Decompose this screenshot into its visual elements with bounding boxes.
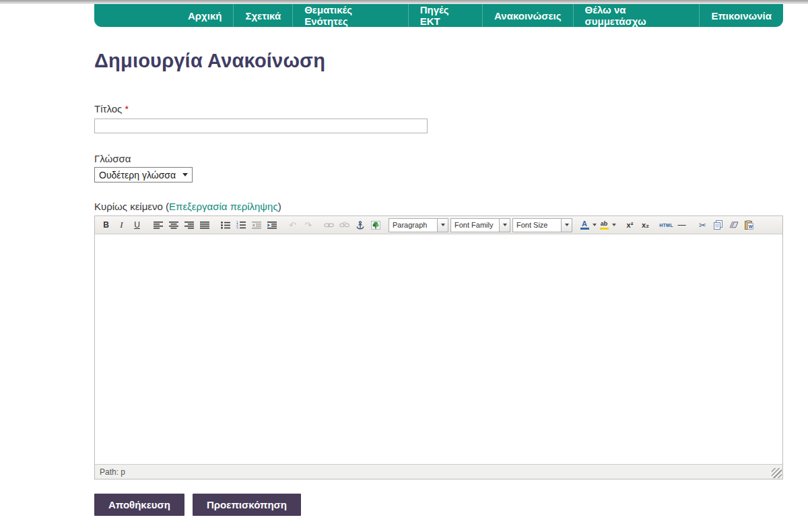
font-size-select-value: Font Size <box>513 219 561 232</box>
format-select-value: Paragraph <box>389 219 437 232</box>
page-title: Δημιουργία Ανακοίνωση <box>94 50 325 72</box>
font-family-select-value: Font Family <box>451 219 499 232</box>
subscript-icon[interactable]: x₂ <box>638 218 653 232</box>
underline-icon[interactable]: U <box>129 218 145 232</box>
chevron-down-icon <box>182 173 188 176</box>
image-icon[interactable] <box>368 218 383 232</box>
numbered-list-icon[interactable]: 123 <box>233 218 248 232</box>
language-select-value: Ουδέτερη γλώσσα <box>99 170 182 180</box>
form-actions: Αποθήκευση Προεπισκόπηση <box>94 494 301 516</box>
title-input[interactable] <box>94 119 428 133</box>
highlight-color-glyph: ab <box>601 221 608 227</box>
cut-icon[interactable]: ✂ <box>695 218 710 232</box>
save-button[interactable]: Αποθήκευση <box>94 494 184 516</box>
editor-content-area[interactable] <box>95 234 782 464</box>
format-select-arrow[interactable] <box>437 219 448 232</box>
body-field-label: Κυρίως κείμενο (Επεξεργασία περίληψης) <box>94 201 281 212</box>
nav-item-participate[interactable]: Θέλω να συμμετάσχω <box>574 4 700 27</box>
link-icon <box>321 218 337 232</box>
edit-summary-link[interactable]: Επεξεργασία περίληψης <box>169 201 278 212</box>
highlight-color-arrow[interactable] <box>611 218 617 232</box>
nav-item-contact[interactable]: Επικοινωνία <box>700 4 783 27</box>
font-family-select[interactable]: Font Family <box>450 218 510 232</box>
italic-icon[interactable]: I <box>114 218 129 232</box>
language-select[interactable]: Ουδέτερη γλώσσα <box>94 167 193 182</box>
title-label-text: Τίτλος <box>94 103 122 114</box>
redo-icon: ↷ <box>300 218 316 232</box>
anchor-icon[interactable] <box>352 218 368 232</box>
align-justify-icon[interactable] <box>197 218 212 232</box>
editor-path-label: Path: p <box>100 467 125 477</box>
highlight-color-button[interactable]: ab <box>597 218 617 232</box>
editor-toolbar: B I U 123 <box>95 216 782 234</box>
copy-icon[interactable] <box>710 218 726 232</box>
nav-item-ekt-sources[interactable]: Πηγές ΕΚΤ <box>409 4 483 27</box>
chevron-down-icon <box>565 224 569 226</box>
nav-item-thematic-sections[interactable]: Θεματικές Ενότητες <box>293 4 409 27</box>
main-nav: Αρχική Σχετικά Θεματικές Ενότητες Πηγές … <box>94 4 783 27</box>
editor-statusbar: Path: p <box>95 464 782 479</box>
required-asterisk: * <box>125 104 128 114</box>
outdent-icon <box>248 218 264 232</box>
chevron-down-icon <box>503 224 507 226</box>
editor-resize-handle[interactable] <box>772 468 782 478</box>
font-size-select-arrow[interactable] <box>561 219 572 232</box>
paren-close: ) <box>278 201 281 212</box>
svg-text:3: 3 <box>236 227 238 229</box>
highlight-color-icon: ab <box>597 218 611 232</box>
text-color-arrow[interactable] <box>591 218 597 232</box>
rich-text-editor: B I U 123 <box>94 215 783 479</box>
indent-icon[interactable] <box>264 218 279 232</box>
paste-from-word-icon[interactable]: W <box>741 218 757 232</box>
font-size-select[interactable]: Font Size <box>512 218 572 232</box>
nav-item-about[interactable]: Σχετικά <box>234 4 293 27</box>
superscript-icon[interactable]: x² <box>622 218 638 232</box>
language-field-label: Γλώσσα <box>94 153 131 164</box>
font-family-select-arrow[interactable] <box>499 219 510 232</box>
unlink-icon <box>337 218 352 232</box>
body-label-text: Κυρίως κείμενο <box>94 201 163 212</box>
remove-format-icon[interactable] <box>726 218 741 232</box>
bullet-list-icon[interactable] <box>217 218 233 232</box>
svg-text:W: W <box>749 224 753 229</box>
text-color-button[interactable]: A <box>578 218 597 232</box>
format-select[interactable]: Paragraph <box>389 218 448 232</box>
nav-item-announcements[interactable]: Ανακοινώσεις <box>483 4 573 27</box>
chevron-down-icon <box>441 224 445 226</box>
text-color-bar <box>580 228 589 230</box>
text-color-icon: A <box>578 218 591 232</box>
text-color-glyph: A <box>582 220 587 227</box>
align-center-icon[interactable] <box>166 218 181 232</box>
highlight-color-bar <box>600 228 609 230</box>
preview-button[interactable]: Προεπισκόπηση <box>193 494 301 516</box>
page: Αρχική Σχετικά Θεματικές Ενότητες Πηγές … <box>0 0 808 532</box>
nav-item-home[interactable]: Αρχική <box>176 4 234 27</box>
title-field-label: Τίτλος * <box>94 103 129 114</box>
bold-icon[interactable]: B <box>98 218 114 232</box>
html-source-icon[interactable]: HTML <box>659 218 674 232</box>
align-left-icon[interactable] <box>150 218 166 232</box>
align-right-icon[interactable] <box>181 218 197 232</box>
undo-icon: ↶ <box>285 218 300 232</box>
chevron-down-icon <box>593 224 597 226</box>
chevron-down-icon <box>612 224 616 226</box>
horizontal-rule-icon[interactable]: — <box>674 218 689 232</box>
